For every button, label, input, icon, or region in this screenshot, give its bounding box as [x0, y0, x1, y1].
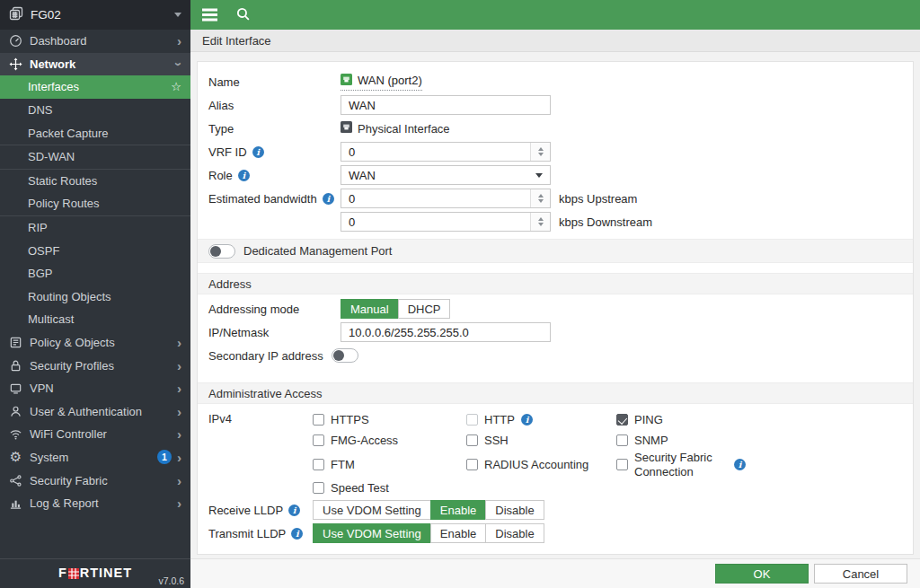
type-row: Type Physical Interface	[208, 118, 902, 138]
sidebar-item-sd-wan[interactable]: SD-WAN	[0, 145, 190, 169]
ping-checkbox[interactable]	[616, 414, 628, 426]
sidebar-item-wifi-controller[interactable]: WiFi Controller ›	[0, 423, 190, 446]
sidebar-item-policy-objects[interactable]: Policy & Objects ›	[0, 331, 190, 355]
sidebar-item-network[interactable]: Network ›	[0, 53, 190, 76]
downstream-input[interactable]	[341, 213, 530, 231]
security-fabric-connection-checkbox[interactable]	[616, 459, 628, 470]
addressing-mode-label: Addressing mode	[208, 303, 341, 316]
chevron-down-icon	[535, 173, 543, 178]
upstream-input[interactable]	[341, 189, 530, 207]
checkbox-row-ping: PING	[616, 409, 746, 430]
chevron-down-icon: ›	[172, 62, 186, 66]
addressing-dhcp-button[interactable]: DHCP	[398, 299, 451, 319]
secondary-ip-row: Secondary IP address	[208, 346, 902, 365]
ip-netmask-input[interactable]	[341, 322, 551, 342]
info-icon[interactable]: i	[291, 528, 303, 540]
receive-lldp-disable-button[interactable]: Disable	[485, 500, 544, 520]
addressing-manual-button[interactable]: Manual	[341, 299, 399, 319]
firmware-version: v7.0.6	[158, 575, 184, 586]
sidebar-item-dashboard[interactable]: Dashboard ›	[0, 30, 190, 53]
sidebar-item-security-profiles[interactable]: Security Profiles ›	[0, 354, 190, 377]
vrf-label: VRF ID	[208, 145, 247, 159]
chevron-down-icon	[174, 13, 181, 17]
role-select[interactable]: WAN	[341, 165, 551, 185]
checkbox-row-security-fabric-connection: Security Fabric Connectioni	[616, 451, 746, 478]
speed-test-checkbox[interactable]	[313, 482, 324, 494]
snmp-checkbox[interactable]	[616, 434, 628, 446]
sidebar-item-ospf[interactable]: OSPF	[0, 239, 190, 262]
sidebar-item-user-authentication[interactable]: User & Authentication ›	[0, 400, 190, 424]
checkbox-row-speed-test: Speed Test	[313, 478, 466, 496]
receive-lldp-row: Receive LLDPi Use VDOM Setting Enable Di…	[208, 500, 902, 520]
alias-input[interactable]	[341, 95, 551, 115]
chevron-right-icon: ›	[177, 382, 181, 395]
ssh-checkbox[interactable]	[466, 434, 478, 446]
vrf-input[interactable]	[341, 143, 530, 161]
https-checkbox[interactable]	[313, 414, 324, 426]
dedicated-mgmt-toggle[interactable]	[208, 244, 235, 259]
sidebar-footer: FRTINET v7.0.6	[0, 558, 190, 588]
move-arrows-icon	[9, 57, 22, 71]
radius-accounting-checkbox[interactable]	[466, 459, 478, 470]
info-icon[interactable]: i	[288, 505, 300, 516]
transmit-lldp-disable-button[interactable]: Disable	[485, 523, 544, 543]
sidebar-item-static-routes[interactable]: Static Routes	[0, 170, 190, 193]
info-icon[interactable]: i	[521, 414, 533, 426]
sidebar-item-dns[interactable]: DNS	[0, 99, 190, 122]
stepper-arrows[interactable]	[530, 189, 550, 207]
sidebar-item-interfaces[interactable]: Interfaces ☆	[0, 75, 190, 99]
sidebar-item-security-fabric[interactable]: Security Fabric ›	[0, 469, 190, 492]
ftm-checkbox[interactable]	[313, 459, 324, 470]
search-icon[interactable]	[235, 6, 251, 24]
favorite-star-icon[interactable]: ☆	[171, 80, 181, 93]
cluster-icon	[9, 6, 23, 23]
sidebar-item-system[interactable]: ⚙ System 1 ›	[0, 446, 190, 470]
form-footer: OK Cancel	[190, 558, 920, 588]
transmit-lldp-enable-button[interactable]: Enable	[430, 523, 486, 543]
info-icon[interactable]: i	[734, 459, 746, 470]
ipv4-label: IPv4	[208, 409, 313, 426]
receive-lldp-enable-button[interactable]: Enable	[430, 500, 486, 520]
fortinet-logo-square	[68, 567, 79, 578]
sidebar-item-multicast[interactable]: Multicast	[0, 308, 190, 331]
alias-row: Alias	[208, 95, 902, 115]
stepper-arrows[interactable]	[530, 213, 550, 231]
name-label: Name	[208, 75, 341, 89]
device-hostname: FG02	[31, 8, 61, 22]
info-icon[interactable]: i	[238, 170, 250, 181]
info-icon[interactable]: i	[323, 193, 334, 205]
sidebar-item-rip[interactable]: RIP	[0, 216, 190, 240]
hamburger-menu-icon[interactable]	[202, 13, 217, 15]
interface-name-value: WAN (port2)	[341, 74, 422, 91]
addressing-mode-row: Addressing mode Manual DHCP	[208, 299, 902, 319]
sidebar-item-label: Interfaces	[28, 80, 79, 93]
sidebar-item-policy-routes[interactable]: Policy Routes	[0, 192, 190, 215]
cancel-button[interactable]: Cancel	[814, 564, 907, 584]
checkbox-row-snmp: SNMP	[616, 430, 746, 451]
fmg-access-checkbox[interactable]	[313, 434, 324, 446]
sidebar: FG02 Dashboard › Network ›	[0, 0, 190, 588]
transmit-lldp-segment: Use VDOM Setting Enable Disable	[313, 523, 544, 543]
gauge-icon	[9, 34, 22, 48]
role-selected-value: WAN	[349, 169, 376, 182]
ok-button[interactable]: OK	[715, 564, 809, 584]
sidebar-item-packet-capture[interactable]: Packet Capture	[0, 121, 190, 145]
addressing-mode-segment: Manual DHCP	[341, 299, 450, 319]
address-section-header: Address	[198, 273, 913, 294]
chevron-right-icon: ›	[177, 359, 181, 373]
http-checkbox[interactable]	[466, 414, 478, 426]
chevron-right-icon: ›	[177, 405, 181, 418]
transmit-lldp-vdom-button[interactable]: Use VDOM Setting	[313, 523, 431, 543]
transmit-lldp-label: Transmit LLDP	[208, 527, 286, 540]
sidebar-item-routing-objects[interactable]: Routing Objects	[0, 285, 190, 309]
info-icon[interactable]: i	[252, 146, 264, 158]
stepper-arrows[interactable]	[530, 143, 550, 161]
secondary-ip-toggle[interactable]	[332, 348, 358, 363]
checkbox-row-ssh: SSH	[466, 430, 616, 451]
device-selector[interactable]: FG02	[0, 0, 190, 30]
sidebar-item-bgp[interactable]: BGP	[0, 262, 190, 285]
receive-lldp-vdom-button[interactable]: Use VDOM Setting	[313, 500, 431, 520]
sidebar-item-log-report[interactable]: Log & Report ›	[0, 492, 190, 515]
sidebar-item-vpn[interactable]: VPN ›	[0, 377, 190, 400]
receive-lldp-segment: Use VDOM Setting Enable Disable	[313, 500, 544, 520]
